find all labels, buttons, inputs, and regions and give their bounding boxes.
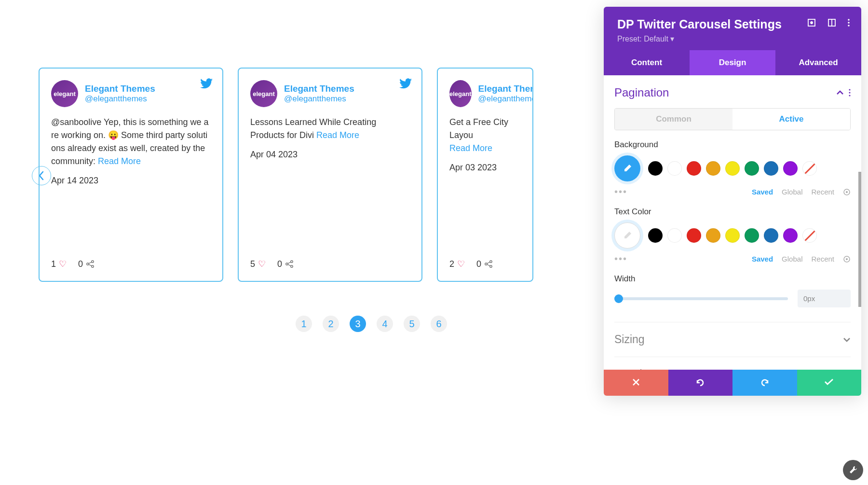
tweet-card: elegant Elegant Themes @elegantthemes Ge… [437, 68, 533, 282]
swatch-red[interactable] [687, 228, 701, 243]
save-button[interactable] [797, 370, 862, 396]
share-stat[interactable]: 0 [78, 259, 95, 269]
share-icon [285, 260, 294, 268]
swatch-green[interactable] [745, 228, 759, 243]
page-button-5[interactable]: 5 [404, 316, 420, 332]
like-stat[interactable]: 5♡ [250, 259, 266, 269]
preset-selector[interactable]: Preset: Default ▾ [617, 34, 848, 43]
tab-content[interactable]: Content [604, 50, 690, 75]
pagination: 1 2 3 4 5 6 [171, 316, 571, 332]
svg-point-0 [87, 263, 89, 265]
author-handle[interactable]: @elegantthemes [284, 94, 354, 104]
background-label: Background [614, 140, 851, 150]
author-handle[interactable]: @elegantthemes [478, 94, 533, 104]
section-pagination[interactable]: Pagination [614, 86, 851, 99]
read-more-link[interactable]: Read More [449, 143, 492, 153]
undo-button[interactable] [668, 370, 733, 396]
author-handle[interactable]: @elegantthemes [85, 94, 155, 104]
swatch-yellow[interactable] [725, 228, 740, 243]
text-color-label: Text Color [614, 207, 851, 217]
more-swatches-icon[interactable]: ••• [614, 186, 627, 197]
tweet-body: @sanboolive Yep, this is something we ar… [51, 116, 211, 168]
svg-point-16 [811, 22, 813, 24]
more-vertical-icon[interactable] [849, 89, 851, 97]
tweet-card: elegant Elegant Themes @elegantthemes Le… [238, 68, 422, 282]
recent-link[interactable]: Recent [811, 188, 834, 196]
swatch-green[interactable] [745, 161, 759, 176]
like-stat[interactable]: 1♡ [51, 259, 67, 269]
page-button-2[interactable]: 2 [323, 316, 339, 332]
more-icon[interactable] [848, 18, 850, 27]
swatch-none[interactable] [802, 161, 817, 176]
subtab-active[interactable]: Active [732, 109, 850, 130]
share-icon [484, 260, 493, 268]
swatch-black[interactable] [648, 228, 663, 243]
page-button-3[interactable]: 3 [350, 316, 366, 332]
page-button-6[interactable]: 6 [431, 316, 447, 332]
sub-tabs: Common Active [614, 108, 851, 130]
svg-line-13 [487, 262, 490, 263]
swatch-purple[interactable] [783, 161, 798, 176]
swatch-orange[interactable] [706, 161, 720, 176]
saved-link[interactable]: Saved [752, 188, 773, 196]
swatch-white[interactable] [667, 228, 682, 243]
panel-tabs: Content Design Advanced [604, 50, 861, 75]
swatch-purple[interactable] [783, 228, 798, 243]
svg-point-23 [849, 92, 850, 93]
author-name[interactable]: Elegant Themes [478, 83, 533, 94]
swatch-blue[interactable] [764, 228, 778, 243]
global-link[interactable]: Global [782, 188, 802, 196]
share-stat[interactable]: 0 [277, 259, 294, 269]
width-input[interactable] [798, 290, 851, 307]
tab-advanced[interactable]: Advanced [775, 50, 861, 75]
svg-line-3 [89, 262, 92, 263]
read-more-link[interactable]: Read More [98, 156, 141, 166]
gear-icon[interactable] [843, 255, 851, 263]
swatch-orange[interactable] [706, 228, 720, 243]
background-picker[interactable] [614, 155, 640, 181]
svg-point-6 [291, 261, 293, 263]
gear-icon[interactable] [843, 188, 851, 196]
section-spacing[interactable]: Spacing [614, 357, 851, 370]
eyedropper-icon [622, 230, 633, 241]
swatch-yellow[interactable] [725, 161, 740, 176]
subtab-common[interactable]: Common [615, 109, 732, 130]
swatch-black[interactable] [648, 161, 663, 176]
like-stat[interactable]: 2♡ [449, 259, 465, 269]
page-button-4[interactable]: 4 [377, 316, 393, 332]
svg-point-12 [490, 265, 492, 267]
swatch-none[interactable] [802, 228, 817, 243]
cancel-button[interactable] [604, 370, 668, 396]
snap-icon[interactable] [827, 18, 836, 27]
read-more-link[interactable]: Read More [316, 130, 359, 140]
svg-point-10 [485, 263, 487, 265]
svg-point-26 [846, 191, 848, 193]
width-slider[interactable] [614, 297, 788, 300]
author-name[interactable]: Elegant Themes [85, 83, 155, 94]
chevron-down-icon [843, 337, 851, 342]
scrollbar[interactable] [858, 172, 861, 307]
svg-point-5 [286, 263, 288, 265]
wrench-fab[interactable] [843, 460, 863, 480]
tab-design[interactable]: Design [690, 50, 775, 75]
textcolor-picker[interactable] [614, 222, 640, 249]
tweet-date: Apr 14 2023 [51, 176, 211, 186]
saved-link[interactable]: Saved [752, 255, 773, 263]
section-sizing[interactable]: Sizing [614, 322, 851, 357]
tweet-card: elegant Elegant Themes @elegantthemes @s… [39, 68, 223, 282]
recent-link[interactable]: Recent [811, 255, 834, 263]
swatch-blue[interactable] [764, 161, 778, 176]
swatch-red[interactable] [687, 161, 701, 176]
swatch-white[interactable] [667, 161, 682, 176]
share-stat[interactable]: 0 [476, 259, 493, 269]
panel-body: Pagination Common Active Background [604, 75, 861, 370]
global-link[interactable]: Global [782, 255, 802, 263]
heart-icon: ♡ [258, 259, 266, 269]
tweet-body: Get a Free City LayouRead More [449, 116, 521, 155]
more-swatches-icon[interactable]: ••• [614, 253, 627, 264]
svg-point-7 [291, 265, 293, 267]
page-button-1[interactable]: 1 [296, 316, 312, 332]
expand-icon[interactable] [807, 18, 816, 27]
author-name[interactable]: Elegant Themes [284, 83, 354, 94]
redo-button[interactable] [732, 370, 797, 396]
